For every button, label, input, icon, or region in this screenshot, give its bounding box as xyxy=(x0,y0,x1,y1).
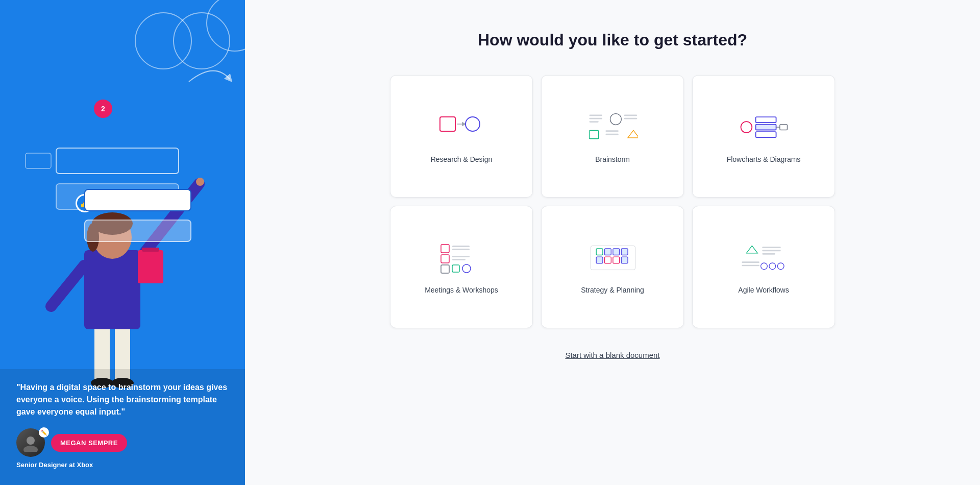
card-research-design-label: Research & Design xyxy=(431,155,493,163)
svg-rect-52 xyxy=(596,257,603,263)
svg-rect-44 xyxy=(452,256,470,257)
svg-rect-53 xyxy=(605,257,611,263)
left-panel: 2 👍 "Having a digital space to brainstor… xyxy=(0,0,245,485)
svg-rect-34 xyxy=(756,117,776,123)
right-panel: How would you like to get started? Resea… xyxy=(245,0,980,485)
notification-count: 2 xyxy=(101,105,105,113)
svg-point-27 xyxy=(610,114,621,125)
svg-rect-35 xyxy=(756,124,776,130)
author-avatar-wrapper: ✏️ xyxy=(16,428,45,457)
person-illustration xyxy=(0,143,245,388)
page-title: How would you like to get started? xyxy=(478,31,747,50)
card-brainstorm-label: Brainstorm xyxy=(595,155,630,163)
svg-rect-39 xyxy=(441,245,449,253)
card-agile[interactable]: Agile Workflows xyxy=(692,206,835,328)
svg-rect-42 xyxy=(452,246,470,247)
card-research-design[interactable]: Research & Design xyxy=(390,75,533,198)
svg-rect-41 xyxy=(441,265,449,273)
author-title: Senior Designer at Xbox xyxy=(16,461,229,469)
svg-rect-31 xyxy=(605,130,618,132)
svg-rect-32 xyxy=(605,134,618,135)
svg-rect-24 xyxy=(590,114,602,116)
svg-rect-28 xyxy=(624,114,637,116)
chat-bubble-2 xyxy=(84,220,191,242)
svg-rect-54 xyxy=(613,257,620,263)
svg-point-20 xyxy=(23,446,38,452)
meetings-icon xyxy=(436,240,487,276)
svg-rect-25 xyxy=(590,118,602,119)
svg-rect-18 xyxy=(142,248,159,252)
research-design-icon xyxy=(436,109,487,145)
card-flowcharts-label: Flowcharts & Diagrams xyxy=(727,155,801,163)
card-strategy[interactable]: Strategy & Planning xyxy=(541,206,684,328)
svg-rect-50 xyxy=(613,249,620,255)
author-name-button[interactable]: MEGAN SEMPRE xyxy=(51,434,127,452)
strategy-icon xyxy=(587,240,638,276)
card-strategy-label: Strategy & Planning xyxy=(581,286,644,294)
quote-text: "Having a digital space to brainstorm yo… xyxy=(16,381,229,418)
svg-point-47 xyxy=(462,264,471,273)
svg-point-23 xyxy=(465,117,480,131)
svg-rect-48 xyxy=(596,249,603,255)
svg-rect-40 xyxy=(441,255,449,263)
svg-rect-30 xyxy=(590,130,599,138)
card-meetings-label: Meetings & Workshops xyxy=(425,286,498,294)
svg-point-1 xyxy=(174,13,230,69)
cards-grid: Research & Design xyxy=(390,75,835,328)
svg-rect-26 xyxy=(590,121,599,123)
svg-rect-59 xyxy=(762,253,775,255)
svg-point-2 xyxy=(207,0,245,51)
svg-rect-43 xyxy=(452,249,470,250)
svg-rect-58 xyxy=(762,250,780,252)
card-brainstorm[interactable]: Brainstorm xyxy=(541,75,684,198)
svg-rect-46 xyxy=(452,265,459,272)
svg-rect-17 xyxy=(138,250,163,283)
svg-point-0 xyxy=(135,13,191,69)
card-agile-label: Agile Workflows xyxy=(738,286,789,294)
svg-point-63 xyxy=(769,263,776,270)
svg-point-33 xyxy=(741,122,752,133)
pencil-icon: ✏️ xyxy=(39,427,49,438)
quote-section: "Having a digital space to brainstorm yo… xyxy=(0,369,245,485)
svg-rect-61 xyxy=(742,265,760,266)
svg-rect-49 xyxy=(605,249,611,255)
svg-point-19 xyxy=(27,436,35,445)
card-meetings[interactable]: Meetings & Workshops xyxy=(390,206,533,328)
svg-rect-60 xyxy=(742,261,760,263)
svg-point-16 xyxy=(196,178,204,186)
svg-rect-45 xyxy=(452,259,465,260)
svg-point-64 xyxy=(777,263,784,270)
svg-rect-57 xyxy=(762,247,780,248)
svg-rect-37 xyxy=(780,124,788,130)
svg-rect-10 xyxy=(84,250,140,329)
brainstorm-icon xyxy=(587,109,638,145)
svg-rect-55 xyxy=(621,257,628,263)
agile-icon xyxy=(738,240,789,276)
svg-rect-51 xyxy=(621,249,628,255)
card-flowcharts[interactable]: Flowcharts & Diagrams xyxy=(692,75,835,198)
chat-bubble-1 xyxy=(84,189,191,211)
svg-rect-36 xyxy=(756,132,776,137)
blank-document-link[interactable]: Start with a blank document xyxy=(565,351,659,359)
svg-point-62 xyxy=(761,263,768,270)
quote-author: ✏️ MEGAN SEMPRE xyxy=(16,428,229,457)
svg-rect-21 xyxy=(440,117,455,131)
svg-line-12 xyxy=(51,265,84,306)
svg-rect-29 xyxy=(624,118,637,119)
author-info: MEGAN SEMPRE xyxy=(51,434,127,452)
notification-badge: 2 xyxy=(94,100,112,118)
flowcharts-icon xyxy=(738,109,789,145)
